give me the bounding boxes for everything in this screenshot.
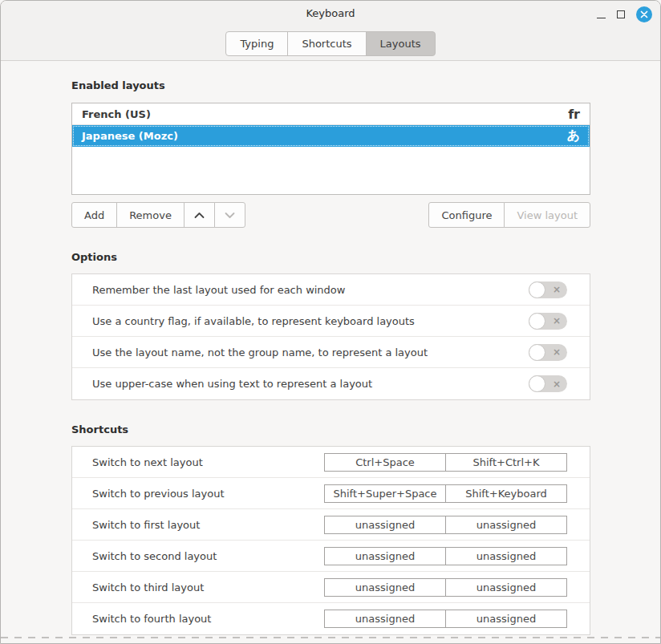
shortcut-row: Switch to fourth layoutunassignedunassig… [72, 603, 590, 634]
move-layout-up-button[interactable] [184, 202, 215, 228]
options-heading: Options [71, 250, 590, 264]
shortcut-row: Switch to third layoutunassignedunassign… [72, 572, 590, 603]
option-row: Use the layout name, not the group name,… [72, 337, 590, 368]
keybinding-button[interactable]: unassigned [324, 610, 446, 628]
option-row: Use a country flag, if available, to rep… [72, 306, 590, 337]
keybinding-group: Shift+Super+SpaceShift+Keyboard [324, 484, 567, 503]
shortcut-label: Switch to next layout [92, 456, 203, 468]
option-row: Use upper-case when using text to repres… [72, 368, 590, 399]
close-button[interactable] [636, 6, 652, 22]
option-row: Remember the last layout used for each w… [72, 274, 590, 306]
shortcut-label: Switch to fourth layout [92, 613, 211, 625]
layout-name: Japanese (Mozc) [82, 130, 178, 142]
keybinding-button[interactable]: unassigned [324, 547, 446, 565]
minimize-button[interactable] [597, 9, 606, 20]
chevron-down-icon [225, 212, 235, 219]
shortcut-row: Switch to first layoutunassignedunassign… [72, 509, 590, 541]
keybinding-button[interactable]: Shift+Ctrl+K [445, 453, 567, 472]
options-box: Remember the last layout used for each w… [71, 273, 590, 400]
keybinding-button[interactable]: Ctrl+Space [324, 453, 446, 472]
toggle-switch[interactable]: × [529, 281, 567, 298]
keybinding-button[interactable]: Shift+Super+Space [324, 484, 446, 503]
layout-row[interactable]: French (US)fr [72, 103, 590, 125]
shortcut-row: Switch to second layoutunassignedunassig… [72, 541, 590, 572]
window-title: Keyboard [1, 1, 660, 26]
option-label: Use upper-case when using text to repres… [92, 378, 372, 390]
keybinding-button[interactable]: unassigned [324, 516, 446, 534]
toggle-knob [529, 313, 545, 330]
layout-glyph-icon: fr [568, 107, 580, 122]
configure-button[interactable]: Configure [428, 202, 505, 228]
toggle-knob [529, 344, 545, 361]
toggle-knob [529, 281, 545, 298]
keybinding-group: unassignedunassigned [324, 516, 567, 534]
keybinding-group: unassignedunassigned [324, 610, 567, 628]
layout-tools-button-group: Configure View layout [428, 202, 590, 228]
layout-glyph-icon: あ [567, 128, 580, 144]
tab-typing[interactable]: Typing [225, 31, 288, 56]
shortcut-row: Switch to next layoutCtrl+SpaceShift+Ctr… [72, 447, 590, 478]
remove-layout-button[interactable]: Remove [116, 202, 185, 228]
titlebar: Keyboard [1, 1, 660, 28]
keybinding-group: unassignedunassigned [324, 578, 567, 597]
enabled-layouts-heading: Enabled layouts [71, 79, 590, 92]
close-icon [640, 10, 648, 18]
option-label: Use a country flag, if available, to rep… [92, 315, 415, 327]
shortcut-label: Switch to previous layout [92, 488, 225, 500]
shortcut-label: Switch to second layout [92, 550, 217, 562]
shortcuts-box: Switch to next layoutCtrl+SpaceShift+Ctr… [71, 446, 590, 635]
scroll-edge-dashed-line [1, 637, 660, 638]
keybinding-button[interactable]: unassigned [324, 578, 446, 597]
window-controls [597, 1, 652, 28]
option-label: Remember the last layout used for each w… [92, 284, 345, 296]
toggle-off-x-icon: × [553, 316, 561, 326]
keybinding-group: unassignedunassigned [324, 547, 567, 565]
shortcut-row: Switch to previous layoutShift+Super+Spa… [72, 478, 590, 509]
toggle-off-x-icon: × [553, 347, 561, 357]
add-layout-button[interactable]: Add [71, 202, 117, 228]
layout-row[interactable]: Japanese (Mozc)あ [72, 125, 590, 147]
shortcut-label: Switch to first layout [92, 519, 200, 531]
main-content: Enabled layouts French (US)frJapanese (M… [1, 61, 660, 635]
shortcuts-heading: Shortcuts [71, 423, 590, 436]
toggle-switch[interactable]: × [529, 375, 567, 392]
keybinding-button[interactable]: unassigned [445, 547, 567, 565]
toggle-off-x-icon: × [553, 285, 561, 294]
shortcut-label: Switch to third layout [92, 581, 204, 593]
enabled-layouts-list: French (US)frJapanese (Mozc)あ [71, 103, 590, 195]
toggle-switch[interactable]: × [529, 344, 567, 361]
tab-shortcuts[interactable]: Shortcuts [287, 31, 366, 56]
option-label: Use the layout name, not the group name,… [92, 346, 428, 358]
layout-actions-row: Add Remove Configure View layout [71, 202, 590, 228]
keybinding-button[interactable]: unassigned [445, 578, 567, 597]
view-layout-button[interactable]: View layout [504, 202, 590, 228]
toggle-switch[interactable]: × [529, 313, 567, 330]
toggle-knob [529, 375, 545, 392]
keybinding-button[interactable]: unassigned [445, 610, 567, 628]
keybinding-group: Ctrl+SpaceShift+Ctrl+K [324, 453, 567, 472]
tab-layouts[interactable]: Layouts [366, 31, 436, 56]
chevron-up-icon [194, 212, 205, 219]
move-layout-down-button[interactable] [214, 202, 245, 228]
keybinding-button[interactable]: unassigned [445, 516, 567, 534]
maximize-button[interactable] [617, 10, 625, 18]
tab-bar: TypingShortcutsLayouts [1, 31, 660, 56]
keyboard-settings-window: { "window": { "title": "Keyboard" }, "ta… [0, 0, 661, 644]
toggle-off-x-icon: × [553, 379, 561, 388]
layout-edit-button-group: Add Remove [71, 202, 245, 228]
keybinding-button[interactable]: Shift+Keyboard [445, 484, 567, 503]
window-header: Keyboard TypingShortcutsLayouts [1, 1, 660, 61]
layout-name: French (US) [82, 108, 151, 120]
